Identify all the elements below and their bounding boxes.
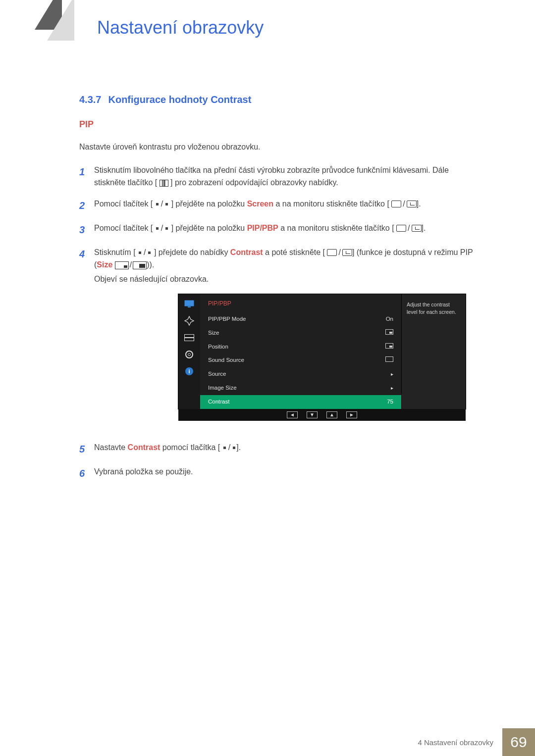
step-number: 5 <box>79 442 94 457</box>
step-text: ] přejděte na položku <box>171 224 247 232</box>
dot-slash-dot-icon: / <box>155 198 169 210</box>
svg-text:i: i <box>188 368 190 374</box>
osd-row-label: Source <box>208 370 226 379</box>
osd-row-label: Position <box>208 343 228 352</box>
step-text: Pomocí tlačítek [ <box>94 224 153 232</box>
section-title: Konfigurace hodnoty Contrast <box>108 94 251 105</box>
osd-title: PIP/PBP <box>200 299 401 312</box>
pip-layout-icon <box>184 333 195 343</box>
osd-row-value-icon <box>385 356 393 365</box>
nav-down-icon: ▼ <box>307 411 318 418</box>
step-number: 4 <box>79 247 94 433</box>
step-number: 6 <box>79 466 94 481</box>
dot-slash-dot-icon: / <box>138 247 152 259</box>
step-text: a na monitoru stiskněte tlačítko [ <box>278 224 394 232</box>
nav-right-icon: ► <box>346 411 357 418</box>
osd-row-value-icon <box>385 329 393 338</box>
highlight-pippbp: PIP/PBP <box>247 224 278 232</box>
svg-point-7 <box>188 353 191 356</box>
step-1: 1 Stisknutím libovolného tlačítka na pře… <box>79 164 476 189</box>
info-icon: i <box>184 366 195 376</box>
osd-panel: i PIP/PBP PIP/PBP Mode On Size <box>178 294 466 408</box>
highlight-size: Size <box>97 260 112 269</box>
page-footer: 4 Nastavení obrazovky 69 <box>0 728 535 756</box>
pip-subheading: PIP <box>79 119 476 130</box>
submenu-arrow-icon: ▸ <box>391 384 393 392</box>
highlight-screen: Screen <box>247 200 273 208</box>
step-body: Vybraná položka se použije. <box>94 466 476 481</box>
step-text: ] přejděte na položku <box>171 200 247 208</box>
dot-slash-dot-icon: / <box>222 442 236 454</box>
section-heading: 4.3.7Konfigurace hodnoty Contrast <box>79 94 476 105</box>
step-body: Stisknutím [ / ] přejdete do nabídky Con… <box>94 247 476 433</box>
osd-row-value: On <box>386 315 393 324</box>
osd-menu: PIP/PBP PIP/PBP Mode On Size Position <box>200 294 401 408</box>
step-body: Pomocí tlačítek [ / ] přejděte na položk… <box>94 198 476 213</box>
section-number: 4.3.7 <box>79 94 101 105</box>
page-number: 69 <box>502 728 535 756</box>
chapter-number-decor <box>20 0 79 50</box>
size-small-icon <box>115 261 129 269</box>
enter-return-icon: / <box>391 198 416 210</box>
footer-chapter-label: 4 Nastavení obrazovky <box>409 728 502 756</box>
highlight-contrast: Contrast <box>128 443 160 452</box>
step-text: pomocí tlačítka [ <box>160 443 220 452</box>
step-text: ] pro zobrazení odpovídající obrazovky n… <box>170 178 338 187</box>
intro-text: Nastavte úroveň kontrastu pro vloženou o… <box>79 143 476 151</box>
highlight-contrast: Contrast <box>230 248 263 256</box>
step-number: 1 <box>79 164 94 189</box>
content-area: 4.3.7Konfigurace hodnoty Contrast PIP Na… <box>79 94 476 490</box>
step-subtext: Objeví se následující obrazovka. <box>94 273 476 286</box>
osd-row-sound: Sound Source <box>200 353 401 367</box>
svg-rect-0 <box>185 301 194 306</box>
step-text: ] přejdete do nabídky <box>154 248 230 256</box>
menu-button-icon <box>160 180 168 187</box>
osd-row-source: Source ▸ <box>200 367 401 381</box>
osd-row-label: Image Size <box>208 384 237 393</box>
osd-row-value: 75 <box>387 398 393 406</box>
step-text: )). <box>147 260 154 269</box>
enter-return-icon: / <box>396 222 421 235</box>
osd-row-value-icon <box>385 343 393 352</box>
step-text: Stisknutím [ <box>94 248 136 256</box>
step-text: ]. <box>417 200 421 208</box>
step-text: Nastavte <box>94 443 128 452</box>
svg-rect-4 <box>185 335 194 337</box>
step-2: 2 Pomocí tlačítek [ / ] přejděte na polo… <box>79 198 476 213</box>
osd-row-label: Contrast <box>208 398 229 406</box>
chapter-title: Nastavení obrazovky <box>97 17 264 38</box>
enter-return-icon: / <box>327 247 352 259</box>
step-text: a na monitoru stiskněte tlačítko [ <box>273 200 389 208</box>
svg-rect-5 <box>185 338 194 341</box>
osd-row-image-size: Image Size ▸ <box>200 381 401 395</box>
dot-slash-dot-icon: / <box>155 222 169 235</box>
submenu-arrow-icon: ▸ <box>391 370 393 378</box>
step-body: Stisknutím libovolného tlačítka na předn… <box>94 164 476 189</box>
step-text: a poté stiskněte [ <box>263 248 325 256</box>
osd-row-label: Sound Source <box>208 356 244 365</box>
step-4: 4 Stisknutím [ / ] přejdete do nabídky C… <box>79 247 476 433</box>
size-big-icon <box>133 261 147 269</box>
step-3: 3 Pomocí tlačítek [ / ] přejděte na polo… <box>79 222 476 238</box>
steps-list: 1 Stisknutím libovolného tlačítka na pře… <box>79 164 476 481</box>
osd-help-text: Adjust the contrast <box>407 301 461 308</box>
nav-left-icon: ◄ <box>287 411 298 418</box>
step-body: Pomocí tlačítek [ / ] přejděte na položk… <box>94 222 476 238</box>
osd-row-label: Size <box>208 329 219 338</box>
osd-row-position: Position <box>200 340 401 354</box>
step-body: Nastavte Contrast pomocí tlačítka [ /]. <box>94 442 476 457</box>
monitor-icon <box>184 299 195 309</box>
svg-rect-1 <box>188 306 191 307</box>
osd-row-size: Size <box>200 326 401 340</box>
osd-mock-container: i PIP/PBP PIP/PBP Mode On Size <box>178 294 476 420</box>
step-text: ]. <box>236 443 241 452</box>
osd-row-mode: PIP/PBP Mode On <box>200 312 401 326</box>
step-text: ]. <box>422 224 426 232</box>
osd-row-label: PIP/PBP Mode <box>208 315 246 324</box>
step-5: 5 Nastavte Contrast pomocí tlačítka [ /]… <box>79 442 476 457</box>
nav-up-icon: ▲ <box>326 411 337 418</box>
step-number: 3 <box>79 222 94 238</box>
osd-sidebar: i <box>178 294 200 408</box>
osd-row-contrast-selected: Contrast 75 <box>200 395 401 409</box>
gear-icon <box>184 350 195 359</box>
